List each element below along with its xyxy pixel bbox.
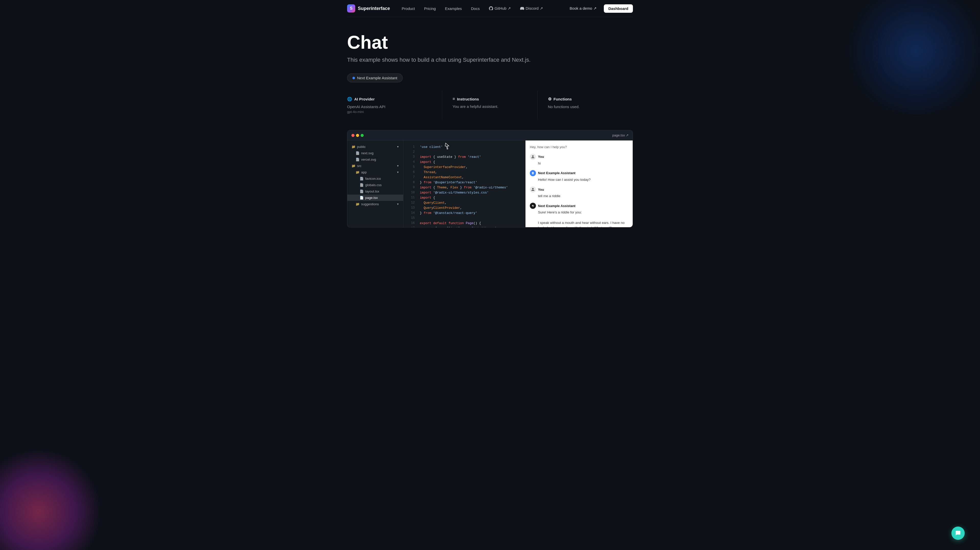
folder-icon: 📁 <box>352 145 355 149</box>
navbar: S Superinterface Product Pricing Example… <box>347 0 633 17</box>
tree-item-suggestions[interactable]: 📁 suggestions ▼ <box>347 201 403 207</box>
ai-provider-title: AI Provider <box>354 97 375 101</box>
code-editor[interactable]: 1 'use client' 2 3 import { useState } f… <box>404 141 525 227</box>
code-line-7: 7 AssistantNameContext, <box>404 175 525 180</box>
code-line-3: 3 import { useState } from 'react' <box>404 155 525 160</box>
window-close-dot <box>352 134 355 137</box>
file-icon: 📄 <box>360 177 364 181</box>
chat-fab-button[interactable] <box>951 526 965 540</box>
info-grid: 🌐 AI Provider OpenAI Assistants API gpt-… <box>347 90 633 120</box>
chat-text-hi: hi <box>538 161 628 166</box>
nav-docs[interactable]: Docs <box>467 4 483 13</box>
logo-icon: S <box>347 4 355 13</box>
code-line-11: 11 import { <box>404 195 525 200</box>
user-avatar-2 <box>530 186 536 192</box>
badge-label: Next Example Assistant <box>357 76 397 80</box>
assistant-avatar-2 <box>530 203 536 209</box>
assistant-name-1: Next Example Assistant <box>538 171 576 175</box>
nav-actions: Book a demo ↗ Dashboard <box>566 4 633 13</box>
logo-text: Superinterface <box>358 6 390 11</box>
main-content: Chat This example shows how to build a c… <box>347 17 633 238</box>
instructions-value: You are a helpful assistant. <box>452 104 527 109</box>
nav-examples[interactable]: Examples <box>442 4 466 13</box>
tree-item-app[interactable]: 📁 app ▼ <box>347 169 403 176</box>
code-line-5: 5 SuperinterfaceProvider, <box>404 165 525 170</box>
tree-item-favicon[interactable]: 📄 favicon.ico <box>347 176 403 182</box>
chat-message-assistant-riddle: Next Example Assistant Sure! Here's a ri… <box>530 203 628 227</box>
nav-github[interactable]: GitHub ↗ <box>485 4 514 13</box>
chat-text-riddle-request: tell me a riddle <box>538 193 628 199</box>
file-icon: 📄 <box>360 189 364 193</box>
functions-title: Functions <box>554 97 572 101</box>
user-avatar-1 <box>530 154 536 160</box>
file-icon: 📄 <box>355 151 360 155</box>
ai-provider-value: OpenAI Assistants API <box>347 105 432 109</box>
folder-icon: 📁 <box>355 202 360 206</box>
chat-message-initial: Hey, how can I help you? <box>530 144 628 150</box>
code-line-9: 9 import { Theme, Flex } from '@radix-ui… <box>404 185 525 190</box>
file-icon: 📄 <box>360 183 364 187</box>
file-tree: 📁 public ▼ 📄 next.svg 📄 vercel.svg 📁 <box>347 141 404 227</box>
tree-item-public[interactable]: 📁 public ▼ <box>347 144 403 150</box>
sender-name-you-1: You <box>538 155 544 159</box>
file-name-label[interactable]: page.tsx ↗ <box>612 133 628 137</box>
instructions-icon: ≡ <box>452 97 455 101</box>
book-demo-button[interactable]: Book a demo ↗ <box>566 4 601 13</box>
chevron-icon: ▼ <box>396 145 399 148</box>
tree-item-globals-css[interactable]: 📄 globals.css <box>347 182 403 188</box>
sender-name-you-2: You <box>538 188 544 192</box>
nav-product[interactable]: Product <box>398 4 418 13</box>
code-line-12: 12 QueryClient, <box>404 200 525 206</box>
code-line-4: 4 import { <box>404 160 525 165</box>
folder-icon: 📁 <box>355 170 360 174</box>
assistant-avatar-1 <box>530 170 536 176</box>
code-line-6: 6 Thread, <box>404 170 525 175</box>
instructions-title: Instructions <box>457 97 479 101</box>
nav-links: Product Pricing Examples Docs GitHub ↗ <box>398 4 557 13</box>
code-line-15: 15 <box>404 216 525 220</box>
sender-you-1: You <box>530 154 628 160</box>
window-maximize-dot <box>361 134 364 137</box>
nav-pricing[interactable]: Pricing <box>421 4 439 13</box>
sender-assistant-1: Next Example Assistant <box>530 170 628 176</box>
tree-item-page-tsx[interactable]: 📄 page.tsx <box>347 195 403 201</box>
code-line-1: 1 'use client' <box>404 144 525 150</box>
folder-icon: 📁 <box>352 164 355 168</box>
code-line-13: 13 QueryClientProvider, <box>404 206 525 211</box>
initial-text: Hey, how can I help you? <box>530 144 628 150</box>
chat-text-riddle-answer: Sure! Here's a riddle for you: I speak w… <box>538 210 628 227</box>
globe-icon: 🌐 <box>347 97 352 101</box>
code-line-14: 14 } from '@tanstack/react-query' <box>404 211 525 216</box>
code-panel-body: 📁 public ▼ 📄 next.svg 📄 vercel.svg 📁 <box>347 141 633 227</box>
page-subtitle: This example shows how to build a chat u… <box>347 57 633 63</box>
ai-provider-model: gpt-4o-mini <box>347 110 432 114</box>
chat-panel: Hey, how can I help you? You hi <box>525 141 633 227</box>
dashboard-button[interactable]: Dashboard <box>604 4 633 13</box>
tree-item-vercel-svg[interactable]: 📄 vercel.svg <box>347 156 403 163</box>
discord-icon <box>520 6 524 11</box>
sender-you-2: You <box>530 186 628 192</box>
sender-assistant-2: Next Example Assistant <box>530 203 628 209</box>
code-panel: page.tsx ↗ 📁 public ▼ 📄 next.svg <box>347 130 633 227</box>
github-icon <box>489 6 493 11</box>
code-line-16: 16 export default function Page() { <box>404 221 525 226</box>
assistant-name-2: Next Example Assistant <box>538 204 576 208</box>
assistant-badge[interactable]: Next Example Assistant <box>347 73 403 82</box>
chevron-icon: ▼ <box>396 165 399 167</box>
tree-item-next-svg[interactable]: 📄 next.svg <box>347 150 403 156</box>
window-controls <box>352 134 364 137</box>
code-panel-header: page.tsx ↗ <box>347 130 633 141</box>
logo[interactable]: S Superinterface <box>347 4 390 13</box>
file-icon: 📄 <box>355 158 360 162</box>
chevron-icon: ▼ <box>396 203 399 206</box>
nav-discord[interactable]: Discord ↗ <box>517 4 547 13</box>
tree-item-layout-tsx[interactable]: 📄 layout.tsx <box>347 188 403 195</box>
functions-value: No functions used. <box>548 105 623 109</box>
chat-text-hello: Hello! How can I assist you today? <box>538 177 628 182</box>
tree-item-src[interactable]: 📁 src ▼ <box>347 163 403 169</box>
badge-status-dot <box>352 77 355 79</box>
code-line-8: 8 } from '@superinterface/react' <box>404 180 525 185</box>
chat-message-assistant-hello: Next Example Assistant Hello! How can I … <box>530 170 628 182</box>
code-line-2: 2 <box>404 150 525 155</box>
info-functions: ⚙ Functions No functions used. <box>538 90 633 120</box>
